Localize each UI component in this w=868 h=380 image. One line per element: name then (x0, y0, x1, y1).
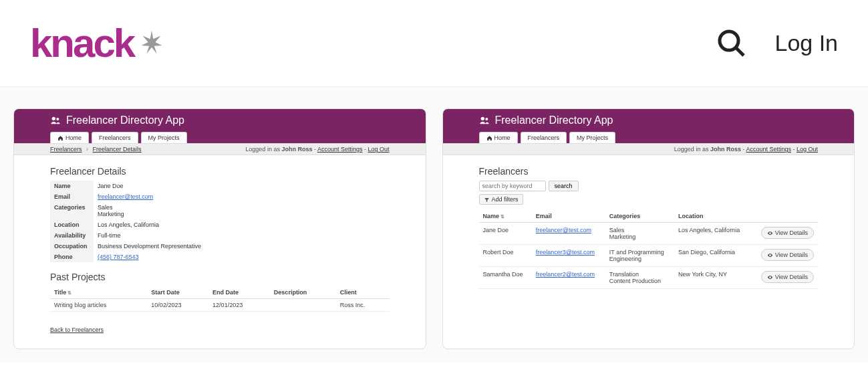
cell-end: 12/01/2023 (208, 299, 270, 312)
cell-name: Robert Doe (479, 245, 532, 267)
label-location: Location (50, 219, 94, 230)
view-details-button[interactable]: View Details (761, 227, 814, 239)
eye-icon (767, 230, 773, 236)
filter-icon (484, 197, 490, 203)
svg-line-1 (736, 48, 744, 56)
app-header: Freelancer Directory App (14, 109, 426, 132)
brand-logo[interactable]: knack (30, 20, 167, 66)
tab-freelancers[interactable]: Freelancers (92, 132, 138, 143)
col-end[interactable]: End Date (208, 286, 270, 299)
logged-in-prefix: Logged in as (674, 146, 710, 153)
view-details-label: View Details (775, 229, 808, 236)
tab-freelancers-label: Freelancers (528, 134, 560, 141)
col-categories[interactable]: Categories (605, 210, 674, 223)
panel-freelancer-details: Freelancer Directory App Home Freelancer… (13, 108, 426, 349)
tab-projects-label: My Projects (148, 134, 180, 141)
cell-categories: TranslationContent Production (605, 267, 674, 289)
cell-name: Samantha Doe (479, 267, 532, 289)
search-row: search (479, 181, 819, 191)
freelancers-table: Name⇅ Email Categories Location Jane Doe… (479, 210, 819, 289)
app-header: Freelancer Directory App (443, 109, 855, 132)
app-title: Freelancer Directory App (66, 114, 184, 126)
value-phone[interactable]: (456) 787-6543 (98, 254, 139, 260)
logged-in-prefix: Logged in as (245, 146, 281, 153)
col-client[interactable]: Client (336, 286, 390, 299)
app-tabs: Home Freelancers My Projects (443, 132, 855, 143)
value-email[interactable]: freelancer@test.com (98, 193, 153, 200)
view-details-label: View Details (775, 252, 808, 258)
col-title[interactable]: Title⇅ (50, 286, 147, 299)
tab-home[interactable]: Home (50, 132, 89, 143)
value-occupation: Business Development Representative (94, 241, 390, 252)
table-row: Jane Doe freelancer@test.com SalesMarket… (479, 223, 819, 245)
cell-client: Ross Inc. (336, 299, 390, 312)
login-status: Logged in as John Ross - Account Setting… (674, 146, 818, 153)
cell-email[interactable]: freelancer@test.com (536, 227, 591, 233)
users-icon (479, 115, 490, 126)
crumb-freelancers[interactable]: Freelancers (50, 146, 82, 153)
svg-point-3 (56, 118, 59, 120)
account-settings-link[interactable]: Account Settings (317, 146, 363, 153)
top-bar: knack Log In (0, 0, 868, 87)
left-content: Freelancer Details NameJane Doe Emailfre… (14, 155, 426, 340)
users-icon (50, 115, 61, 126)
tab-home-label: Home (494, 134, 511, 141)
login-status: Logged in as John Ross - Account Setting… (245, 146, 389, 153)
label-email: Email (50, 191, 94, 202)
cell-location: New York City, NY (674, 267, 750, 289)
label-availability: Availability (50, 230, 94, 241)
svg-point-2 (52, 117, 55, 120)
col-name[interactable]: Name⇅ (479, 210, 532, 223)
tab-home-label: Home (65, 134, 82, 141)
tab-projects[interactable]: My Projects (569, 132, 615, 143)
logout-link[interactable]: Log Out (797, 146, 818, 153)
right-content: Freelancers search Add filters Name⇅ Ema… (443, 155, 855, 296)
panel-freelancers-list: Freelancer Directory App Home Freelancer… (442, 108, 855, 349)
cell-desc (270, 299, 336, 312)
login-link[interactable]: Log In (774, 30, 838, 56)
eye-icon (767, 274, 773, 280)
cell-email[interactable]: freelancer3@test.com (536, 249, 595, 256)
home-icon (486, 135, 492, 141)
label-occupation: Occupation (50, 241, 94, 252)
tab-freelancers[interactable]: Freelancers (521, 132, 567, 143)
view-details-button[interactable]: View Details (761, 249, 814, 261)
col-start[interactable]: Start Date (147, 286, 208, 299)
cell-start: 10/02/2023 (147, 299, 208, 312)
value-categories: SalesMarketing (94, 202, 390, 219)
view-details-button[interactable]: View Details (761, 271, 814, 283)
sep1: - (312, 146, 317, 153)
sep2: - (791, 146, 797, 153)
sort-icon: ⇅ (500, 214, 504, 219)
col-email[interactable]: Email (532, 210, 605, 223)
tab-freelancers-label: Freelancers (99, 134, 131, 141)
col-desc[interactable]: Description (270, 286, 336, 299)
tab-projects[interactable]: My Projects (141, 132, 187, 143)
cell-email[interactable]: freelancer2@test.com (536, 271, 595, 278)
section-title-details: Freelancer Details (50, 166, 390, 177)
add-filters-button[interactable]: Add filters (479, 194, 523, 205)
account-settings-link[interactable]: Account Settings (746, 146, 791, 153)
col-location[interactable]: Location (674, 210, 750, 223)
crumb-row: Logged in as John Ross - Account Setting… (443, 143, 855, 155)
search-input[interactable] (479, 181, 546, 191)
view-details-label: View Details (775, 274, 808, 280)
logout-link[interactable]: Log Out (368, 146, 389, 153)
back-to-freelancers-link[interactable]: Back to Freelancers (50, 326, 104, 333)
cell-categories: IT and ProgrammingEngineering (605, 245, 674, 267)
breadcrumb: Freelancers › Freelancer Details (50, 146, 142, 153)
value-name: Jane Doe (94, 181, 390, 191)
search-button[interactable]: search (549, 181, 579, 191)
tab-home[interactable]: Home (479, 132, 518, 143)
col-actions (751, 210, 819, 223)
table-row: Samantha Doe freelancer2@test.com Transl… (479, 267, 819, 289)
cell-title: Writing blog articles (50, 299, 147, 312)
crumb-details[interactable]: Freelancer Details (93, 146, 142, 153)
sort-icon: ⇅ (67, 290, 71, 295)
brand-text: knack (30, 20, 134, 66)
logged-in-user: John Ross (281, 146, 312, 153)
value-location: Los Angeles, California (94, 219, 390, 230)
search-icon[interactable] (716, 27, 748, 60)
label-phone: Phone (50, 252, 94, 262)
cell-name: Jane Doe (479, 223, 532, 245)
